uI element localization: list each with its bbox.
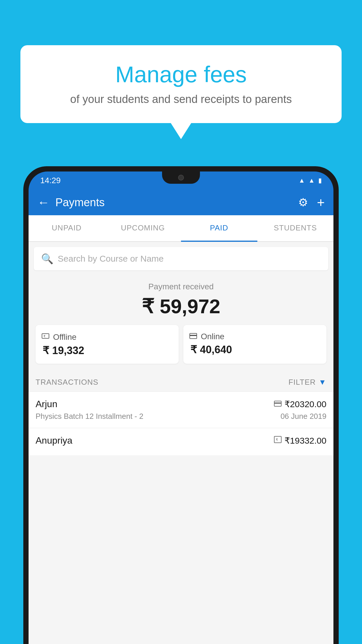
filter-button[interactable]: FILTER ▼	[289, 378, 326, 387]
payment-cards: ₹ Offline ₹ 19,332	[36, 325, 326, 364]
manage-fees-title: Manage fees	[38, 61, 324, 88]
transaction-item-anupriya[interactable]: Anupriya ₹ ₹19332.00	[29, 428, 333, 455]
app-bar: ← Payments ⚙ +	[29, 190, 333, 215]
app-bar-title: Payments	[55, 196, 298, 209]
svg-rect-3	[190, 335, 197, 336]
status-time: 14:29	[40, 176, 61, 185]
transaction-item-arjun[interactable]: Arjun ₹20320.00 Physics Batch 12 Install…	[29, 391, 333, 428]
speech-bubble-arrow	[171, 123, 191, 139]
online-amount: ₹ 40,640	[189, 344, 232, 356]
tab-upcoming[interactable]: UPCOMING	[105, 215, 181, 242]
add-icon[interactable]: +	[317, 195, 325, 210]
camera	[178, 175, 184, 181]
transaction-arjun-icon	[274, 400, 282, 409]
speech-bubble: Manage fees of your students and send re…	[20, 45, 342, 123]
transaction-arjun-desc: Physics Batch 12 Installment - 2	[36, 412, 143, 421]
tabs: UNPAID UPCOMING PAID STUDENTS	[29, 215, 333, 242]
transaction-anupriya-name: Anupriya	[36, 435, 72, 446]
svg-text:₹: ₹	[276, 438, 278, 442]
payment-summary: Payment received ₹ 59,972 ₹	[29, 273, 333, 370]
online-label: Online	[201, 332, 224, 341]
status-bar: 14:29 ▲ ▲ ▮	[29, 172, 333, 190]
app-bar-actions: ⚙ +	[298, 195, 325, 210]
transaction-arjun-date: 06 June 2019	[280, 412, 326, 421]
transaction-anupriya-row1: Anupriya ₹ ₹19332.00	[36, 435, 326, 446]
manage-fees-subtitle: of your students and send receipts to pa…	[38, 93, 324, 106]
back-button[interactable]: ←	[37, 195, 50, 209]
svg-rect-0	[42, 334, 49, 338]
transaction-arjun-amount: ₹20320.00	[284, 399, 326, 409]
filter-label: FILTER	[289, 378, 316, 387]
offline-payment-card: ₹ Offline ₹ 19,332	[36, 325, 179, 364]
transactions-header: TRANSACTIONS FILTER ▼	[29, 370, 333, 391]
payment-received-label: Payment received	[34, 282, 328, 291]
online-card-header: Online	[189, 332, 224, 341]
transaction-arjun-amount-wrap: ₹20320.00	[274, 399, 326, 409]
notch	[162, 172, 200, 184]
offline-label: Offline	[53, 332, 76, 342]
battery-icon: ▮	[318, 177, 322, 184]
tab-students[interactable]: STUDENTS	[257, 215, 334, 242]
transaction-anupriya-icon: ₹	[274, 436, 282, 445]
phone-screen: 14:29 ▲ ▲ ▮ ← Payments ⚙ + UNPAID UPCOMI…	[29, 172, 333, 644]
screen-content: 🔍 Search by Course or Name Payment recei…	[29, 242, 333, 644]
search-placeholder: Search by Course or Name	[58, 254, 164, 264]
tab-unpaid[interactable]: UNPAID	[29, 215, 105, 242]
search-bar[interactable]: 🔍 Search by Course or Name	[34, 247, 328, 270]
transaction-arjun-row1: Arjun ₹20320.00	[36, 399, 326, 410]
phone-frame: 14:29 ▲ ▲ ▮ ← Payments ⚙ + UNPAID UPCOMI…	[23, 166, 339, 644]
settings-icon[interactable]: ⚙	[298, 196, 308, 209]
offline-amount: ₹ 19,332	[41, 344, 84, 357]
search-icon: 🔍	[41, 253, 53, 265]
transaction-anupriya-amount: ₹19332.00	[284, 435, 326, 446]
status-icons: ▲ ▲ ▮	[298, 177, 322, 184]
transaction-arjun-name: Arjun	[36, 399, 57, 410]
offline-icon: ₹	[41, 332, 50, 342]
svg-rect-5	[274, 402, 281, 404]
transaction-anupriya-amount-wrap: ₹ ₹19332.00	[274, 435, 326, 446]
transactions-label: TRANSACTIONS	[36, 378, 99, 387]
wifi-icon: ▲	[298, 177, 305, 184]
online-icon	[189, 332, 197, 341]
speech-bubble-container: Manage fees of your students and send re…	[20, 45, 342, 139]
payment-total-amount: ₹ 59,972	[34, 295, 328, 318]
tab-paid[interactable]: PAID	[181, 215, 257, 242]
transaction-arjun-row2: Physics Batch 12 Installment - 2 06 June…	[36, 412, 326, 421]
svg-text:₹: ₹	[43, 335, 45, 338]
filter-icon: ▼	[319, 378, 326, 387]
signal-icon: ▲	[308, 177, 315, 184]
offline-card-header: ₹ Offline	[41, 332, 76, 342]
online-payment-card: Online ₹ 40,640	[183, 325, 326, 364]
